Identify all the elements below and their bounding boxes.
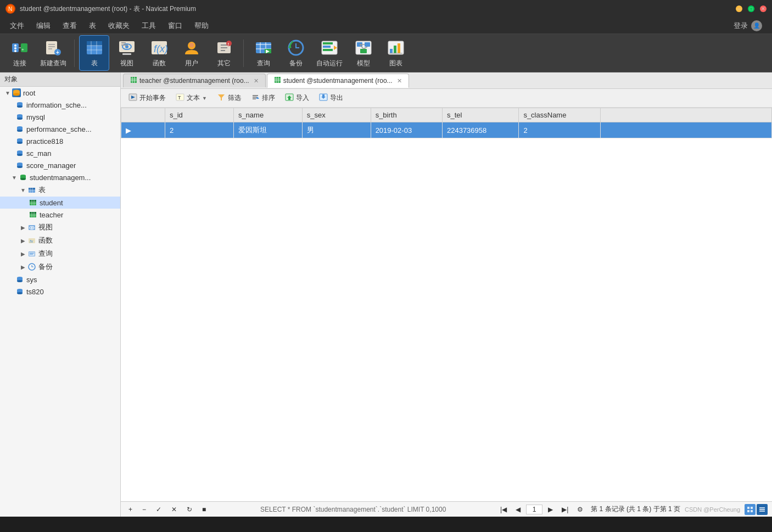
col-s-tel-header[interactable]: s_tel	[442, 108, 518, 122]
add-record-btn[interactable]: +	[125, 505, 136, 514]
model-button[interactable]: 模型	[348, 36, 378, 70]
object-tab[interactable]: 对象	[0, 72, 120, 87]
start-transaction-icon	[128, 93, 137, 103]
row-arrow-cell: ▶	[121, 122, 165, 138]
connect-button[interactable]: + 连接	[4, 36, 35, 70]
menu-tools[interactable]: 工具	[136, 19, 161, 33]
last-page-btn[interactable]: ▶|	[558, 505, 572, 514]
remove-record-btn[interactable]: −	[139, 505, 149, 514]
discard-btn[interactable]: ✕	[168, 505, 180, 514]
table-button[interactable]: 表	[79, 35, 109, 71]
sidebar-db-information-schema[interactable]: information_sche...	[0, 99, 120, 111]
close-button[interactable]: ✕	[760, 5, 767, 12]
user-button[interactable]: 用户	[176, 36, 206, 70]
import-btn[interactable]: 导入	[281, 91, 314, 105]
tab-teacher[interactable]: teacher @studentmanagement (roo... ✕	[123, 74, 266, 87]
cell-s-sex[interactable]: 男	[302, 122, 371, 138]
menu-help[interactable]: 帮助	[189, 19, 214, 33]
connect-label: 连接	[13, 59, 26, 68]
cell-s-name[interactable]: 爱因斯坦	[233, 122, 302, 138]
sidebar-table-teacher[interactable]: teacher	[0, 209, 120, 221]
menu-table[interactable]: 表	[83, 19, 102, 33]
sidebar-backups-folder[interactable]: ▶ 备份	[0, 260, 120, 273]
stop-btn[interactable]: ■	[199, 505, 209, 514]
sidebar-db-mysql[interactable]: mysql	[0, 111, 120, 123]
sort-btn[interactable]: 排序	[247, 91, 279, 105]
svg-rect-145	[747, 510, 749, 512]
function-button[interactable]: f(x) 函数	[144, 36, 174, 70]
chart-button[interactable]: 图表	[381, 36, 411, 70]
sidebar-queries-folder[interactable]: ▶ 查询	[0, 247, 120, 260]
svg-point-83	[17, 166, 23, 168]
filter-label: 筛选	[228, 93, 241, 103]
backup-icon	[286, 38, 306, 58]
tab-teacher-label: teacher @studentmanagement (roo...	[139, 77, 249, 85]
svg-point-71	[17, 117, 23, 120]
cell-s-classname[interactable]: 2	[519, 122, 600, 138]
tab-teacher-close[interactable]: ✕	[254, 77, 259, 85]
cell-s-tel[interactable]: 2243736958	[442, 122, 518, 138]
sidebar-db-performance-schema[interactable]: performance_sche...	[0, 123, 120, 135]
maximize-button[interactable]: □	[748, 5, 754, 12]
app-icon: N	[5, 4, 15, 14]
sidebar-functions-folder[interactable]: ▶ fx 函数	[0, 234, 120, 247]
refresh-btn[interactable]: ↻	[183, 505, 195, 514]
export-btn[interactable]: 导出	[315, 91, 348, 105]
text-btn[interactable]: T 文本 ▼	[171, 91, 211, 105]
sidebar-root[interactable]: ▼ root	[0, 87, 120, 99]
svg-point-77	[17, 142, 23, 144]
new-query-button[interactable]: + 新建查询	[37, 36, 70, 70]
login-button[interactable]: 登录 👤	[728, 18, 768, 33]
query-button[interactable]: ▶ 查询	[248, 36, 278, 70]
settings-btn[interactable]: ⚙	[574, 505, 586, 514]
sidebar-tables-folder[interactable]: ▼ 表	[0, 183, 120, 197]
root-label: root	[23, 89, 35, 97]
col-s-classname-header[interactable]: s_className	[519, 108, 600, 122]
svg-point-65	[13, 93, 20, 96]
svg-point-106	[31, 227, 33, 229]
db-icon-score	[15, 161, 24, 170]
cell-s-birth[interactable]: 2019-02-03	[371, 122, 442, 138]
cell-s-id[interactable]: 2	[165, 122, 234, 138]
col-s-name-header[interactable]: s_name	[233, 108, 302, 122]
first-page-btn[interactable]: |◀	[497, 505, 510, 514]
text-dropdown-arrow[interactable]: ▼	[202, 96, 207, 101]
start-transaction-btn[interactable]: 开始事务	[124, 91, 170, 105]
sidebar-db-studentmanagement[interactable]: ▼ studentmanagem...	[0, 171, 120, 183]
backup-button[interactable]: 备份	[281, 36, 311, 70]
menu-favorites[interactable]: 收藏夹	[103, 19, 135, 33]
table-row[interactable]: ▶ 2 爱因斯坦 男 2019-02-03 2243736958 2	[121, 122, 772, 138]
sidebar-views-folder[interactable]: ▶ 视图	[0, 221, 120, 234]
menu-file[interactable]: 文件	[4, 19, 30, 33]
col-s-birth-header[interactable]: s_birth	[371, 108, 442, 122]
minimize-button[interactable]: ─	[736, 5, 742, 12]
table-icon	[85, 38, 104, 58]
menu-edit[interactable]: 编辑	[31, 19, 56, 33]
tab-student[interactable]: student @studentmanagement (roo... ✕	[267, 74, 409, 88]
sidebar-table-student[interactable]: student	[0, 197, 120, 209]
filter-btn[interactable]: 筛选	[212, 91, 245, 105]
tab-student-close[interactable]: ✕	[397, 77, 402, 85]
sidebar-db-score-manager[interactable]: score_manager	[0, 159, 120, 171]
grid-view-toggle[interactable]	[745, 504, 756, 515]
db-name-3: practice818	[26, 137, 63, 145]
col-s-sex-header[interactable]: s_sex	[302, 108, 371, 122]
teacher-table-icon	[29, 210, 37, 219]
list-view-toggle[interactable]	[757, 504, 768, 515]
col-s-id-header[interactable]: s_id	[165, 108, 234, 122]
auto-run-button[interactable]: 自动运行	[313, 36, 346, 70]
svg-rect-24	[122, 53, 131, 55]
sidebar-db-ts820[interactable]: ts820	[0, 285, 120, 298]
other-button[interactable]: ! 其它	[209, 36, 239, 70]
view-button[interactable]: 视图	[111, 36, 142, 70]
confirm-btn[interactable]: ✓	[153, 505, 165, 514]
queries-expand-arrow: ▶	[20, 250, 26, 257]
sidebar-db-practice818[interactable]: practice818	[0, 135, 120, 147]
sidebar-db-sc-man[interactable]: sc_man	[0, 147, 120, 159]
menu-view[interactable]: 查看	[57, 19, 82, 33]
page-number[interactable]: 1	[526, 505, 542, 514]
sidebar-db-sys[interactable]: sys	[0, 273, 120, 285]
prev-page-btn[interactable]: ◀	[512, 505, 524, 514]
next-page-btn[interactable]: ▶	[545, 505, 556, 514]
menu-window[interactable]: 窗口	[163, 19, 188, 33]
